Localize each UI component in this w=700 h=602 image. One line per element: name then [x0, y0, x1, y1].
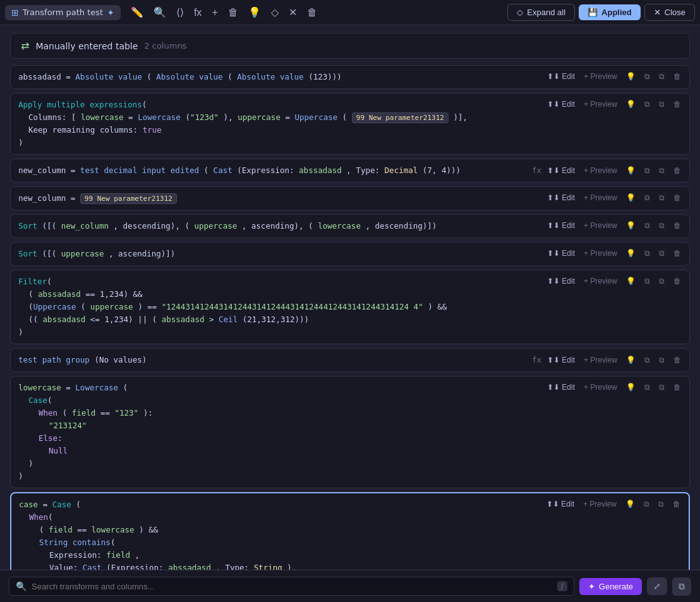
diamond-btn[interactable]: ◇ [267, 4, 282, 21]
block9-copy[interactable]: ⧉ [641, 382, 653, 393]
block5-copy[interactable]: ⧉ [641, 220, 653, 231]
expand-all-button[interactable]: ◇ Expand all [507, 4, 575, 21]
block1-hint[interactable]: 💡 [623, 71, 639, 82]
delete-btn[interactable]: 🗑 [224, 4, 242, 21]
toolbar: ✏️ 🔍 ⟨⟩ fx + 🗑 💡 ◇ ✕ 🗑 [127, 4, 321, 21]
block8-delete[interactable]: 🗑 [670, 354, 684, 366]
block8-copy[interactable]: ⧉ [641, 354, 653, 366]
add-btn[interactable]: + [208, 4, 221, 21]
block4-delete[interactable]: 🗑 [670, 192, 684, 203]
block10-edit[interactable]: ⬆⬇ Edit [543, 498, 577, 510]
block6-delete[interactable]: 🗑 [670, 248, 684, 259]
block1-duplicate[interactable]: ⧉ [656, 71, 668, 82]
block6-edit[interactable]: ⬆⬇ Edit [544, 248, 578, 259]
block5-preview[interactable]: + Preview [581, 220, 620, 231]
block10-copy[interactable]: ⧉ [641, 498, 653, 510]
block9-hint[interactable]: 💡 [623, 382, 639, 393]
block7-edit[interactable]: ⬆⬇ Edit [544, 275, 578, 287]
block8-duplicate[interactable]: ⧉ [656, 354, 668, 366]
block3-duplicate[interactable]: ⧉ [656, 165, 668, 176]
formula-btn[interactable]: fx [190, 4, 205, 21]
edit-btn[interactable]: ✏️ [127, 4, 147, 21]
block7-delete[interactable]: 🗑 [670, 275, 684, 287]
block3-preview[interactable]: + Preview [581, 165, 620, 176]
block9-line2: Case( [18, 394, 682, 407]
block8-preview[interactable]: + Preview [581, 354, 620, 366]
block10-duplicate[interactable]: ⧉ [655, 498, 667, 510]
slash-badge: / [557, 581, 567, 591]
block4-actions: ⬆⬇ Edit + Preview 💡 ⧉ ⧉ 🗑 [544, 192, 684, 203]
block3-hint[interactable]: 💡 [623, 165, 639, 176]
block6-preview[interactable]: + Preview [581, 248, 620, 259]
topbar: ⊞ Transform path test ✦ ✏️ 🔍 ⟨⟩ fx + 🗑 💡… [0, 0, 700, 25]
block10-line4: String contains( [19, 536, 681, 549]
block8-hint[interactable]: 💡 [623, 354, 639, 366]
block5-actions: ⬆⬇ Edit + Preview 💡 ⧉ ⧉ 🗑 [544, 220, 684, 231]
expand-all-label: Expand all [527, 8, 565, 17]
block2-line3: Keep remaining columns: true [18, 124, 682, 136]
block4-duplicate[interactable]: ⧉ [656, 192, 668, 203]
block1-copy[interactable]: ⧉ [641, 71, 653, 82]
block3-edit[interactable]: ⬆⬇ Edit [544, 165, 578, 176]
expr-block-6: Sort ([( uppercase , ascending)]) ⬆⬇ Edi… [10, 242, 690, 266]
block2-edit[interactable]: ⬆⬇ Edit [544, 99, 578, 110]
block9-edit[interactable]: ⬆⬇ Edit [544, 382, 578, 393]
block10-hint[interactable]: 💡 [622, 498, 638, 510]
block4-edit[interactable]: ⬆⬇ Edit [544, 192, 578, 203]
block9-preview[interactable]: + Preview [581, 382, 620, 393]
copy-btn[interactable]: ⧉ [672, 577, 691, 596]
close-button[interactable]: ✕ Close [644, 4, 695, 21]
block1-preview[interactable]: + Preview [581, 71, 620, 82]
block9-duplicate[interactable]: ⧉ [656, 382, 668, 393]
block5-hint[interactable]: 💡 [623, 220, 639, 231]
block1-actions: ⬆⬇ Edit + Preview 💡 ⧉ ⧉ 🗑 [544, 71, 684, 82]
block7-copy[interactable]: ⧉ [641, 275, 653, 287]
block6-hint[interactable]: 💡 [623, 248, 639, 259]
tab-title: ⊞ Transform path test ✦ [5, 5, 121, 20]
block1-edit[interactable]: ⬆⬇ Edit [544, 71, 578, 82]
block4-preview[interactable]: + Preview [581, 192, 620, 203]
block4-hint[interactable]: 💡 [623, 192, 639, 203]
main-content: ⇄ Manually entered table 2 columns abssa… [0, 25, 700, 570]
block8-actions: fx ⬆⬇ Edit + Preview 💡 ⧉ ⧉ 🗑 [532, 354, 684, 366]
lightbulb-btn[interactable]: 💡 [244, 4, 265, 21]
block4-copy[interactable]: ⧉ [641, 192, 653, 203]
block7-duplicate[interactable]: ⧉ [656, 275, 668, 287]
code-btn[interactable]: ⟨⟩ [172, 4, 188, 21]
block5-delete[interactable]: 🗑 [670, 220, 684, 231]
expand-icon: ◇ [517, 8, 523, 17]
block5-edit[interactable]: ⬆⬇ Edit [544, 220, 578, 231]
block2-copy[interactable]: ⧉ [641, 99, 653, 110]
search-btn[interactable]: 🔍 [150, 4, 170, 21]
block6-duplicate[interactable]: ⧉ [656, 248, 668, 259]
block2-line4: ) [18, 136, 682, 149]
block7-preview[interactable]: + Preview [581, 275, 620, 287]
block5-duplicate[interactable]: ⧉ [656, 220, 668, 231]
applied-label: Applied [601, 8, 632, 17]
search-bar: 🔍 / ✦ Generate ⤢ ⧉ [0, 570, 700, 602]
x-btn[interactable]: ✕ [285, 4, 301, 21]
expr-block-5: Sort ([( new_column , descending), ( upp… [10, 214, 690, 238]
block9-delete[interactable]: 🗑 [670, 382, 684, 393]
trash-btn[interactable]: 🗑 [303, 4, 321, 21]
applied-button[interactable]: 💾 Applied [579, 4, 641, 20]
block10-preview[interactable]: + Preview [580, 498, 620, 510]
block7-line5: ) [18, 326, 682, 339]
generate-button[interactable]: ✦ Generate [579, 578, 642, 595]
expr-block-7: Filter( ( abssadasd == 1,234) && (Upperc… [10, 270, 690, 344]
block2-hint[interactable]: 💡 [623, 99, 639, 110]
block10-line2: When( [19, 511, 681, 524]
block3-delete[interactable]: 🗑 [670, 165, 684, 176]
expand-btn[interactable]: ⤢ [647, 577, 667, 595]
block3-copy[interactable]: ⧉ [641, 165, 653, 176]
block7-hint[interactable]: 💡 [623, 275, 639, 287]
block6-copy[interactable]: ⧉ [641, 248, 653, 259]
block8-edit[interactable]: ⬆⬇ Edit [544, 354, 578, 366]
block1-delete[interactable]: 🗑 [670, 71, 684, 82]
block2-delete[interactable]: 🗑 [670, 99, 684, 110]
search-input[interactable] [32, 582, 552, 591]
block2-preview[interactable]: + Preview [581, 99, 620, 110]
title-label: Transform path test [23, 8, 103, 17]
block2-duplicate[interactable]: ⧉ [656, 99, 668, 110]
block10-delete[interactable]: 🗑 [670, 498, 684, 510]
